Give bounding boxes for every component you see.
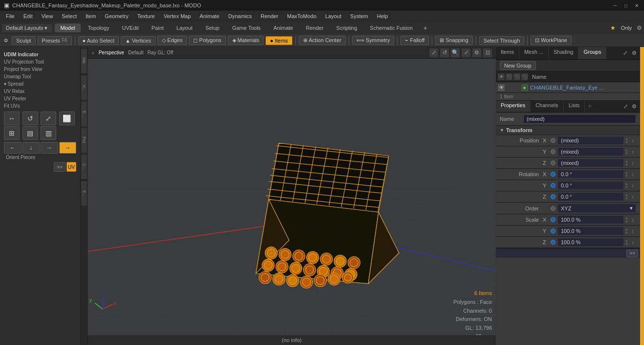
gc-eye-icon[interactable]: 👁 [498, 73, 505, 80]
right-settings-icon[interactable]: ⚙ [630, 49, 638, 57]
scale-y-dot[interactable] [551, 229, 555, 233]
rot-y-up-arrow[interactable]: ▲ [625, 182, 628, 185]
scale-z-dot[interactable] [551, 240, 555, 245]
uv-peeler-label[interactable]: UV Peeler [2, 95, 78, 102]
arrow-right-btn[interactable]: → [41, 142, 58, 154]
tool-scale[interactable]: ⤢ [41, 112, 56, 125]
scale-z-value[interactable]: 100.0 % [557, 238, 624, 247]
vertices-button[interactable]: ▲ Vertices [121, 36, 155, 45]
gr-render-icon[interactable] [513, 84, 520, 91]
position-x-value[interactable]: (mixed) [557, 136, 624, 145]
props-settings-icon[interactable]: ⚙ [630, 103, 638, 111]
default-layouts-dropdown[interactable]: Default Layouts ▾ [2, 24, 52, 32]
menu-system[interactable]: System [346, 12, 372, 20]
uv-relax-label[interactable]: UV Relax [2, 88, 78, 95]
props-tab-add[interactable]: + [585, 101, 595, 112]
items-button[interactable]: ● Items [266, 36, 292, 45]
menu-animate[interactable]: Animate [196, 12, 223, 20]
tool-subdivide[interactable]: ▤ [22, 126, 38, 140]
udim-indicator-label[interactable]: UDIM Indicator [2, 51, 78, 58]
vp-icon-refresh[interactable]: ↺ [440, 48, 449, 57]
menu-item[interactable]: Item [82, 12, 100, 20]
transform-section-header[interactable]: ▼ Transform [496, 126, 640, 135]
collapse-tab-c[interactable]: C... [81, 155, 87, 179]
unwrap-tool-label[interactable]: Unwrap Tool [2, 73, 78, 80]
rot-y-down-arrow[interactable]: ▼ [625, 185, 628, 189]
position-z-value[interactable]: (mixed) [557, 159, 624, 167]
gr-lock-icon[interactable] [506, 84, 512, 91]
scale-y-value[interactable]: 100.0 % [557, 227, 624, 235]
tool-move[interactable]: ↔ [4, 112, 20, 125]
pos-x-up-arrow[interactable]: ▲ [625, 137, 628, 140]
pos-z-up-arrow[interactable]: ▲ [625, 160, 628, 163]
rot-z-slider-icon[interactable]: ↕ [629, 193, 636, 200]
more-button[interactable]: >> [54, 162, 66, 172]
pos-z-down-arrow[interactable]: ▼ [625, 163, 628, 166]
vp-icon-arrows[interactable]: ⤢ [429, 48, 438, 57]
action-center-button[interactable]: ⊕ Action Center [299, 36, 346, 45]
scale-x-down-arrow[interactable]: ▼ [625, 220, 628, 223]
menu-layout[interactable]: Layout [321, 12, 345, 20]
position-z-dot[interactable] [551, 161, 555, 165]
add-tab-button[interactable]: + [420, 23, 431, 33]
polygons-button[interactable]: ◻ Polygons [189, 36, 225, 45]
pos-y-down-arrow[interactable]: ▼ [625, 152, 628, 155]
scale-x-dot[interactable] [551, 217, 555, 222]
pos-z-slider-icon[interactable]: ↕ [629, 160, 636, 166]
tab-groups[interactable]: Groups [578, 47, 606, 59]
collapse-tab-uv[interactable]: V... [81, 75, 87, 100]
presets-button[interactable]: Presets F6 [38, 36, 72, 45]
tab-layout[interactable]: Layout [171, 23, 199, 32]
right-expand-icon[interactable]: ⤢ [621, 49, 629, 57]
symmetry-button[interactable]: ⟺ Symmetry [352, 36, 395, 45]
menu-view[interactable]: View [38, 12, 57, 20]
collapse-tab-poly[interactable]: Pol. [81, 128, 87, 153]
position-x-dot[interactable] [551, 138, 555, 143]
scale-z-up-arrow[interactable]: ▲ [625, 239, 628, 242]
rotation-z-dot[interactable] [551, 194, 555, 199]
viewport-canvas[interactable]: x y z 6 Items Polygons : Face Channels: … [88, 59, 496, 345]
rot-z-up-arrow[interactable]: ▲ [625, 193, 628, 197]
tab-gametools[interactable]: Game Tools [226, 23, 267, 32]
menu-edit[interactable]: Edit [20, 12, 37, 20]
menu-maxtomodo[interactable]: MaxToModo [283, 12, 320, 20]
scale-x-value[interactable]: 100.0 % [557, 215, 624, 224]
project-from-view-label[interactable]: Project from View [2, 66, 78, 73]
props-tab-channels[interactable]: Channels [531, 101, 563, 112]
gc-lock-icon[interactable]: ⚫ [506, 73, 512, 80]
tab-mesh[interactable]: Mesh ... [519, 47, 549, 59]
scale-z-slider-icon[interactable]: ↕ [629, 239, 636, 246]
menu-file[interactable]: File [2, 12, 19, 20]
vp-icon-fullscreen[interactable]: ⊡ [483, 48, 492, 57]
workplane-button[interactable]: ⊡ WorkPlane [531, 36, 572, 45]
gr-sel-icon[interactable]: ▸ [521, 84, 528, 91]
rot-y-slider-icon[interactable]: ↕ [629, 182, 636, 189]
scale-x-up-arrow[interactable]: ▲ [625, 216, 628, 220]
gr-eye-icon[interactable]: 👁 [498, 84, 505, 91]
rot-x-down-arrow[interactable]: ▼ [625, 174, 628, 178]
settings-icon[interactable]: ⚙ [637, 24, 642, 31]
close-button[interactable]: ✕ [633, 2, 640, 9]
menu-help[interactable]: Help [373, 12, 392, 20]
minimize-button[interactable]: ─ [612, 2, 619, 9]
viewport[interactable]: ● Perspective Default Ray GL: Off ⤢ ↺ 🔍 … [88, 47, 496, 345]
select-through-button[interactable]: Select Through [479, 36, 524, 45]
tool-grid2[interactable]: ⊞ [4, 126, 20, 140]
props-tab-properties[interactable]: Properties [496, 101, 531, 112]
collapse-tab-e[interactable]: E... [81, 102, 87, 126]
group-row-1[interactable]: 👁 ▸ CHANGEBLE_Fantasy_Eye ... [496, 82, 640, 93]
sculpt-button[interactable]: Sculpt [12, 36, 36, 45]
tab-render[interactable]: Render [300, 23, 329, 32]
order-select[interactable]: XYZ ▾ [557, 204, 636, 213]
collapse-tab-f[interactable]: F... [81, 181, 87, 206]
arrow-right2-btn[interactable]: → [59, 142, 77, 154]
orient-pieces-label[interactable]: Orient Pieces [2, 154, 78, 161]
uv-projection-label[interactable]: UV Projection Tool [2, 58, 78, 66]
position-y-dot[interactable] [551, 149, 555, 154]
maximize-button[interactable]: □ [622, 2, 629, 9]
new-group-button[interactable]: New Group [500, 61, 536, 70]
name-input[interactable] [523, 115, 636, 123]
spread-label[interactable]: ▾ Spread [2, 80, 78, 88]
scale-y-up-arrow[interactable]: ▲ [625, 228, 628, 231]
pos-y-slider-icon[interactable]: ↕ [629, 148, 636, 155]
